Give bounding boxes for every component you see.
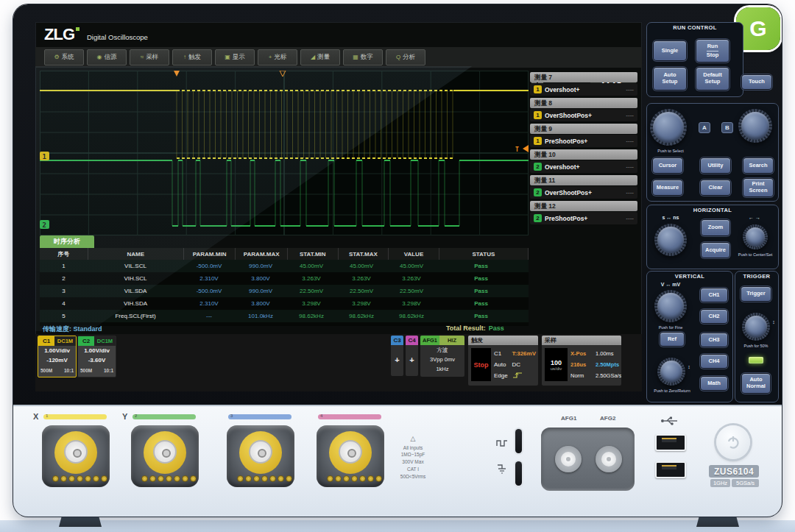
utility-button[interactable]: Utility xyxy=(701,158,730,173)
afg-amplitude: 3Vpp 0mv xyxy=(420,355,464,364)
acquire-button[interactable]: Acquire xyxy=(702,243,729,258)
ch2-button[interactable]: CH2 xyxy=(701,310,727,323)
auto-setup-button[interactable]: Auto Setup xyxy=(654,68,686,90)
analysis-tab[interactable]: 时序分析 xyxy=(40,235,94,248)
table-cell: 2 xyxy=(40,272,88,285)
power-button[interactable] xyxy=(716,425,750,459)
menu-item-9[interactable]: Q分析 xyxy=(386,49,425,65)
menu-item-1[interactable]: ⚙系统 xyxy=(44,49,84,65)
print-screen-button[interactable]: Print Screen xyxy=(743,179,773,196)
vertical-scale-knob[interactable] xyxy=(654,290,687,322)
front-panel: △ All inputs1MΩ~15pF300V MaxCAT I50Ω<5Vr… xyxy=(13,405,782,517)
afg-status-box[interactable]: AFG1HIZ 方波3Vpp 0mv1kHz xyxy=(420,336,464,377)
measure-group: 测量 91PreShootPos+---- xyxy=(530,124,637,147)
table-cell: VIH.SCL xyxy=(88,272,183,285)
column-header: PARAM.MAX xyxy=(236,248,288,260)
menu-item-6[interactable]: +光标 xyxy=(258,49,297,65)
measure-row[interactable]: 2Overshoot+---- xyxy=(530,160,637,173)
menu-item-label: 信源 xyxy=(104,53,116,62)
measure-value: ---- xyxy=(626,86,634,93)
waveform-plot[interactable]: T12 xyxy=(40,71,529,235)
rising-edge-icon xyxy=(512,372,536,380)
touch-button[interactable]: Touch xyxy=(742,75,771,89)
menu-item-2[interactable]: ◉信源 xyxy=(87,49,127,65)
transfer-speed-label: 传输速度: xyxy=(43,325,71,333)
table-row[interactable]: 2VIH.SCL2.310V3.800V3.263V3.263V3.263VPa… xyxy=(40,272,529,285)
channel3-add[interactable]: + xyxy=(391,355,403,364)
stop-label: Stop xyxy=(707,52,719,59)
knob-b[interactable] xyxy=(738,109,772,143)
acquire-mode: Norm xyxy=(570,372,596,379)
table-cell: Pass xyxy=(437,272,526,285)
ch3-button[interactable]: CH3 xyxy=(701,333,727,347)
measure-value: ---- xyxy=(626,112,634,118)
clear-button[interactable]: Clear xyxy=(701,180,730,195)
measure-name: Overshoot+ xyxy=(545,86,623,93)
knob-a[interactable] xyxy=(650,109,687,146)
warning-line: CAT I xyxy=(386,466,440,473)
channel3-status-box[interactable]: C3 + xyxy=(391,336,403,376)
measure-value: ---- xyxy=(626,189,634,196)
horizontal-position-knob[interactable] xyxy=(743,224,768,249)
ref-button[interactable]: Ref xyxy=(660,333,684,346)
ch1-button[interactable]: CH1 xyxy=(701,288,727,302)
bnc-ring-icon xyxy=(239,431,282,474)
channel2-status-box[interactable]: C2DC1M 1.00V/div-3.60V 500M10:1 xyxy=(77,336,116,377)
trigger-menu-button[interactable]: Trigger xyxy=(741,287,771,301)
channel4-add[interactable]: + xyxy=(406,355,418,364)
warning-triangle-icon: △ xyxy=(386,434,440,444)
single-button[interactable]: Single xyxy=(654,41,686,60)
table-cell: 5 xyxy=(40,310,88,322)
table-row[interactable]: 4VIH.SDA2.310V3.800V3.298V3.298V3.298VPa… xyxy=(40,297,529,310)
svg-text:1: 1 xyxy=(43,153,46,160)
input-channel-4-connector xyxy=(317,425,384,487)
measure-row[interactable]: 1PreShootPos+---- xyxy=(530,135,637,147)
measure-row[interactable]: 1Overshoot+---- xyxy=(530,83,637,96)
table-cell: Pass xyxy=(437,285,526,297)
channel-1-color-strip: 1 xyxy=(43,414,107,419)
zoom-button[interactable]: Zoom xyxy=(702,220,729,235)
channel4-status-box[interactable]: C4 + xyxy=(406,336,418,376)
measure-row[interactable]: 2PreShootPos+---- xyxy=(530,212,637,224)
menu-item-4[interactable]: ↑触发 xyxy=(172,49,212,65)
cursor-icon: + xyxy=(269,54,272,60)
warning-line: 300V Max xyxy=(386,458,440,466)
channel1-status-box[interactable]: C1DC1M 1.00V/div-120mV 500M10:1 xyxy=(38,336,77,377)
table-cell: 3.298V xyxy=(386,297,437,310)
measure-row[interactable]: 1OverShootPos+---- xyxy=(530,109,637,121)
trigger-level-knob[interactable] xyxy=(742,313,770,341)
trigger-led xyxy=(749,357,763,363)
menu-item-5[interactable]: ▣显示 xyxy=(215,49,255,65)
run-stop-button[interactable]: RunStop xyxy=(696,40,729,62)
menu-item-8[interactable]: ▦数字 xyxy=(343,49,383,65)
table-cell: VIL.SCL xyxy=(88,260,183,272)
measure-header: 测量 11 xyxy=(530,175,637,185)
table-row[interactable]: 3VIL.SDA-500.0mV990.0mV22.50mV22.50mV22.… xyxy=(40,285,529,297)
afg-output-panel xyxy=(541,428,635,491)
ch4-button[interactable]: CH4 xyxy=(701,355,727,368)
measure-value: ---- xyxy=(626,138,634,144)
default-setup-button[interactable]: Default Setup xyxy=(696,68,729,90)
auto-normal-button[interactable]: Auto Normal xyxy=(742,374,770,393)
menu-item-7[interactable]: ◢测量 xyxy=(300,49,340,65)
trigger-status-box[interactable]: 触发 Stop C1 T:326mV Auto DC Edge xyxy=(468,336,538,386)
horizontal-scale-knob[interactable] xyxy=(654,224,687,256)
warning-line: All inputs xyxy=(386,444,440,452)
math-button[interactable]: Math xyxy=(701,377,727,390)
table-cell: Pass xyxy=(437,297,526,310)
search-button[interactable]: Search xyxy=(743,158,773,173)
probe-comp-ground-terminal xyxy=(515,461,522,486)
table-cell: 98.62kHz xyxy=(386,310,437,322)
cursor-button[interactable]: Cursor xyxy=(653,158,682,173)
afg2-label: AFG2 xyxy=(600,415,615,422)
trigger-title: TRIGGER xyxy=(735,273,778,280)
measure-button[interactable]: Measure xyxy=(653,180,682,195)
menu-item-3[interactable]: ≈采样 xyxy=(130,49,169,65)
table-row[interactable]: 1VIL.SCL-500.0mV990.0mV45.00mV45.00mV45.… xyxy=(40,260,529,272)
table-row[interactable]: 5Freq.SCL(First)---101.0kHz98.62kHz98.62… xyxy=(40,310,529,322)
sample-status-box[interactable]: 采样 100us/div X-Pos 1.00ms 216us 2.50Mpts… xyxy=(542,336,621,386)
channel2-bandwidth: 500M xyxy=(80,366,92,375)
measure-row[interactable]: 2OverShootPos+---- xyxy=(530,186,637,199)
vertical-position-knob[interactable] xyxy=(657,358,685,386)
measure-group: 测量 102Overshoot+---- xyxy=(530,149,637,173)
